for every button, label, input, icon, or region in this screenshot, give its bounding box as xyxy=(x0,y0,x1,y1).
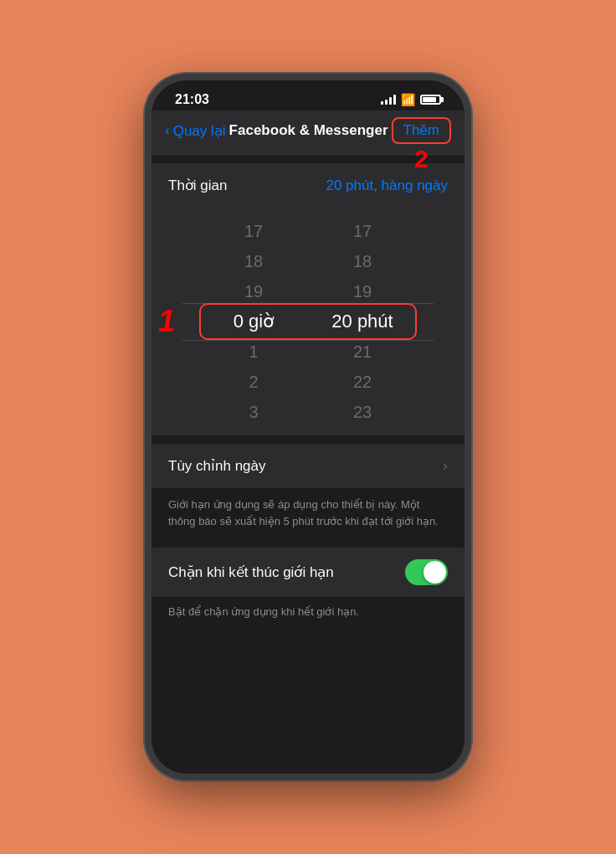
hours-picker[interactable]: 17 18 19 0 giờ 1 2 3 xyxy=(199,216,308,427)
picker-item: 18 xyxy=(308,246,417,276)
add-button[interactable]: Thêm xyxy=(392,117,451,144)
block-toggle-label: Chặn khi kết thúc giới hạn xyxy=(168,563,334,581)
custom-day-label: Tùy chỉnh ngày xyxy=(168,457,266,475)
picker-item: 22 xyxy=(308,367,417,397)
battery-icon xyxy=(420,95,441,105)
picker-item-selected: 20 phút xyxy=(308,306,417,337)
nav-bar: ‹ Quay lại Facebook & Messenger Thêm 2 xyxy=(151,111,465,155)
picker-container[interactable]: 1 17 18 19 0 giờ 1 2 3 xyxy=(151,208,465,435)
notch xyxy=(254,80,362,104)
picker-item: 17 xyxy=(308,216,417,246)
block-toggle-switch[interactable] xyxy=(405,559,448,585)
nav-title: Facebook & Messenger xyxy=(229,122,388,139)
chevron-right-icon: › xyxy=(443,457,448,475)
wifi-icon: 📶 xyxy=(401,93,415,106)
picker-row: 17 18 19 0 giờ 1 2 3 17 18 19 20 ph xyxy=(151,216,465,427)
picker-separator-bottom xyxy=(182,340,433,341)
picker-item: 1 xyxy=(199,337,308,367)
back-button[interactable]: ‹ Quay lại xyxy=(165,122,226,140)
content-area: Thời gian 20 phút, hàng ngày 1 17 18 19 … xyxy=(151,163,465,634)
status-icons: 📶 xyxy=(381,93,441,106)
picker-item: 17 xyxy=(199,216,308,246)
chevron-left-icon: ‹ xyxy=(165,122,170,139)
description-text: Giới hạn ứng dụng sẽ áp dụng cho thiết b… xyxy=(168,496,448,529)
minutes-picker[interactable]: 17 18 19 20 phút 21 22 23 xyxy=(308,216,417,427)
annotation-1: 1 xyxy=(158,304,175,339)
toggle-thumb xyxy=(424,561,446,584)
block-toggle-row: Chặn khi kết thúc giới hạn xyxy=(151,548,465,597)
time-value: 20 phút, hàng ngày xyxy=(326,177,448,194)
bottom-description: Bật để chặn ứng dụng khi hết giới hạn. xyxy=(151,597,465,634)
time-label: Thời gian xyxy=(168,177,227,194)
description-box: Giới hạn ứng dụng sẽ áp dụng cho thiết b… xyxy=(151,488,465,543)
signal-icon xyxy=(381,95,396,105)
picker-item: 19 xyxy=(199,276,308,306)
bottom-description-text: Bật để chặn ứng dụng khi hết giới hạn. xyxy=(168,604,448,620)
picker-item: 23 xyxy=(308,397,417,427)
picker-separator-top xyxy=(182,303,433,304)
annotation-2: 2 xyxy=(414,145,429,173)
picker-item: 19 xyxy=(308,276,417,306)
picker-item: 2 xyxy=(199,367,308,397)
picker-item-selected: 0 giờ xyxy=(199,306,308,337)
phone-frame: 21:03 📶 ‹ Quay lại Facebook & Messenger … xyxy=(145,74,471,780)
back-label: Quay lại xyxy=(173,122,226,140)
picker-item: 3 xyxy=(199,397,308,427)
picker-item: 18 xyxy=(199,246,308,276)
picker-item: 21 xyxy=(308,337,417,367)
status-time: 21:03 xyxy=(175,92,209,107)
custom-day-row[interactable]: Tùy chỉnh ngày › xyxy=(151,444,465,488)
